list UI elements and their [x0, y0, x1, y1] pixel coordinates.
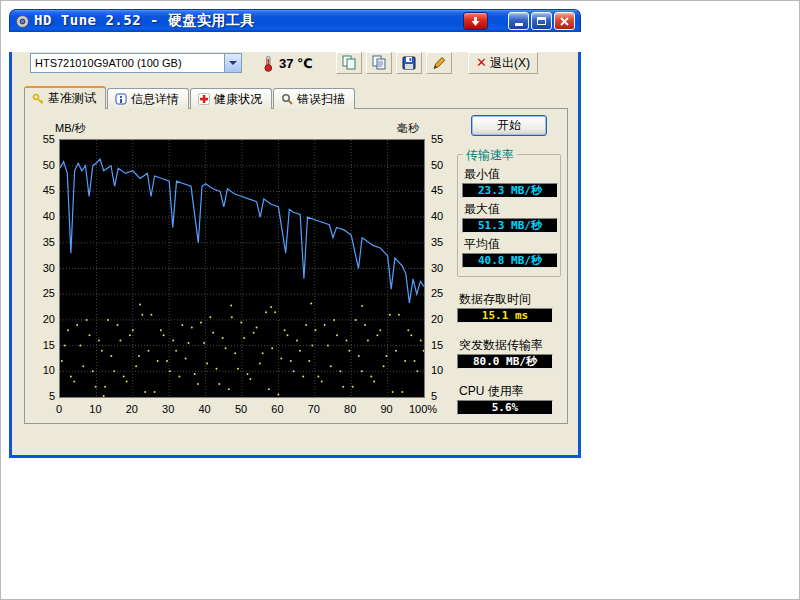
y-axis-tick-right: 10 — [431, 364, 455, 376]
benchmark-stats: 开始 传输速率 最小值 23.3 MB/秒 最大值 51.3 MB/秒 平均值 — [457, 115, 561, 415]
y-axis-tick-left: 10 — [27, 364, 55, 376]
update-download-button[interactable] — [463, 12, 488, 30]
minimize-button[interactable] — [508, 12, 529, 30]
y-axis-tick-right: 25 — [431, 287, 455, 299]
copy-pages-icon — [371, 55, 387, 71]
y-axis-tick-right: 40 — [431, 210, 455, 222]
y-axis-tick-left: 35 — [27, 236, 55, 248]
transfer-rate-title: 传输速率 — [463, 147, 517, 164]
stat-label: 最小值 — [464, 168, 556, 181]
toolbar-buttons — [336, 52, 452, 74]
thermometer-icon — [260, 55, 276, 72]
key-icon — [32, 93, 44, 105]
y-axis-tick-left: 15 — [27, 339, 55, 351]
tab-error-scan[interactable]: 错误扫描 — [273, 88, 355, 109]
x-axis-tick: 80 — [344, 403, 356, 415]
save-floppy-icon — [401, 55, 417, 71]
temperature-indicator: 37 ℃ — [260, 55, 313, 72]
stat-cpu-usage: CPU 使用率 5.6% — [457, 385, 561, 415]
start-button[interactable]: 开始 — [471, 115, 547, 136]
titlebar[interactable]: HD Tune 2.52 - 硬盘实用工具 — [9, 9, 581, 32]
y-axis-tick-right: 5 — [431, 390, 455, 402]
window-title: HD Tune 2.52 - 硬盘实用工具 — [34, 12, 255, 30]
y-axis-tick-right: 30 — [431, 262, 455, 274]
y-axis-tick-right: 50 — [431, 159, 455, 171]
stat-value: 5.6% — [457, 400, 553, 415]
x-axis-tick: 20 — [126, 403, 138, 415]
health-cross-icon — [198, 93, 210, 105]
stat-maximum: 最大值 51.3 MB/秒 — [462, 203, 556, 233]
drive-select-value: HTS721010G9AT00 (100 GB) — [31, 57, 224, 69]
y-axis-tick-right: 15 — [431, 339, 455, 351]
tab-label: 基准测试 — [48, 90, 96, 107]
exit-x-icon: ✕ — [476, 57, 487, 69]
y-axis-tick-left: 20 — [27, 313, 55, 325]
pencil-icon — [431, 55, 447, 71]
stat-value: 15.1 ms — [457, 308, 553, 323]
maximize-icon — [537, 17, 546, 25]
y-axis-tick-left: 5 — [27, 390, 55, 402]
stat-burst-rate: 突发数据传输率 80.0 MB/秒 — [457, 339, 561, 369]
copy-screenshot-button[interactable] — [366, 52, 392, 74]
y-axis-tick-right: 45 — [431, 184, 455, 196]
y-axis-tick-left: 50 — [27, 159, 55, 171]
tab-bar: 基准测试 信息详情 健康状况 — [24, 86, 568, 109]
tab-label: 健康状况 — [214, 91, 262, 108]
benchmark-panel: MB/秒 毫秒 开始 传输速率 最小值 23.3 MB/秒 — [24, 108, 568, 424]
x-axis-tick: 30 — [162, 403, 174, 415]
x-axis-tick: 100% — [409, 403, 437, 415]
close-button[interactable] — [554, 12, 575, 30]
info-icon — [115, 93, 127, 105]
stat-access-time: 数据存取时间 15.1 ms — [457, 293, 561, 323]
exit-button[interactable]: ✕ 退出(X) — [468, 52, 538, 74]
x-axis-tick: 70 — [308, 403, 320, 415]
stat-label: 数据存取时间 — [459, 293, 561, 306]
benchmark-plot — [59, 139, 425, 398]
tab-health[interactable]: 健康状况 — [190, 88, 272, 109]
y-axis-tick-left: 30 — [27, 262, 55, 274]
x-axis-tick: 10 — [89, 403, 101, 415]
download-arrow-icon — [470, 16, 481, 27]
close-icon — [559, 16, 570, 27]
temperature-value: 37 ℃ — [279, 56, 313, 71]
options-button[interactable] — [426, 52, 452, 74]
stat-label: 最大值 — [464, 203, 556, 216]
stat-label: 平均值 — [464, 238, 556, 251]
window-client-area: HTS721010G9AT00 (100 GB) 37 ℃ — [9, 52, 581, 458]
x-axis-tick: 0 — [56, 403, 62, 415]
stat-value: 51.3 MB/秒 — [462, 218, 558, 233]
stat-label: 突发数据传输率 — [459, 339, 561, 352]
y-axis-tick-right: 20 — [431, 313, 455, 325]
drive-select[interactable]: HTS721010G9AT00 (100 GB) — [30, 53, 242, 73]
tab-info[interactable]: 信息详情 — [107, 88, 189, 109]
minimize-icon — [515, 23, 523, 26]
stat-minimum: 最小值 23.3 MB/秒 — [462, 168, 556, 198]
left-axis-title: MB/秒 — [55, 121, 86, 136]
y-axis-tick-left: 40 — [27, 210, 55, 222]
x-axis-tick: 90 — [380, 403, 392, 415]
y-axis-tick-left: 45 — [27, 184, 55, 196]
y-axis-tick-left: 25 — [27, 287, 55, 299]
stat-label: CPU 使用率 — [459, 385, 561, 398]
stat-average: 平均值 40.8 MB/秒 — [462, 238, 556, 268]
tab-benchmark[interactable]: 基准测试 — [24, 86, 106, 109]
stat-value: 40.8 MB/秒 — [462, 253, 558, 268]
hdtune-window: HD Tune 2.52 - 硬盘实用工具 HTS721010G9AT00 (1… — [9, 9, 581, 458]
y-axis-tick-left: 55 — [27, 133, 55, 145]
transfer-rate-group: 传输速率 最小值 23.3 MB/秒 最大值 51.3 MB/秒 平均值 40.… — [457, 154, 561, 277]
save-screenshot-button[interactable] — [396, 52, 422, 74]
chevron-down-icon[interactable] — [224, 54, 241, 72]
tab-label: 信息详情 — [131, 91, 179, 108]
stat-value: 80.0 MB/秒 — [457, 354, 553, 369]
x-axis-tick: 60 — [271, 403, 283, 415]
copy-info-button[interactable] — [336, 52, 362, 74]
x-axis-tick: 50 — [235, 403, 247, 415]
tab-label: 错误扫描 — [297, 91, 345, 108]
app-icon — [15, 14, 30, 29]
exit-label: 退出(X) — [490, 55, 530, 72]
maximize-button[interactable] — [531, 12, 552, 30]
right-axis-title: 毫秒 — [397, 121, 419, 136]
toolbar: HTS721010G9AT00 (100 GB) 37 ℃ — [30, 52, 568, 74]
magnifier-icon — [281, 93, 293, 105]
benchmark-chart — [60, 140, 424, 397]
